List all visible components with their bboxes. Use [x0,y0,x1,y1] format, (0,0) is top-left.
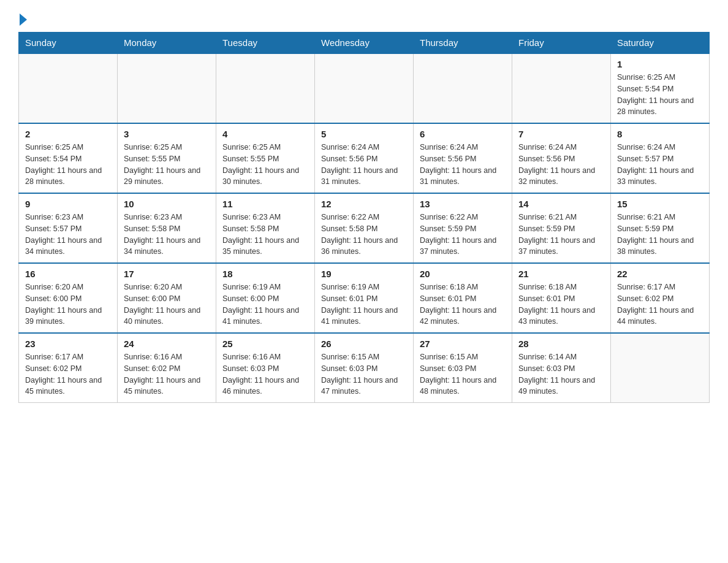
day-info: Sunrise: 6:17 AMSunset: 6:02 PMDaylight:… [617,282,703,327]
day-info: Sunrise: 6:21 AMSunset: 5:59 PMDaylight:… [518,212,604,258]
day-info: Sunrise: 6:18 AMSunset: 6:01 PMDaylight:… [518,282,604,327]
page-header [18,12,710,26]
calendar-cell: 5Sunrise: 6:24 AMSunset: 5:56 PMDaylight… [315,123,414,193]
week-row: 23Sunrise: 6:17 AMSunset: 6:02 PMDayligh… [19,333,710,403]
day-info: Sunrise: 6:20 AMSunset: 6:00 PMDaylight:… [25,282,111,327]
day-number: 10 [124,199,210,209]
day-info: Sunrise: 6:23 AMSunset: 5:58 PMDaylight:… [124,212,210,258]
day-info: Sunrise: 6:24 AMSunset: 5:56 PMDaylight:… [518,142,604,188]
day-number: 19 [321,269,407,279]
calendar-day-header: Sunday [19,33,118,54]
calendar-cell: 10Sunrise: 6:23 AMSunset: 5:58 PMDayligh… [118,193,216,263]
day-info: Sunrise: 6:16 AMSunset: 6:03 PMDaylight:… [222,351,308,397]
day-number: 13 [420,199,506,209]
day-number: 24 [124,339,210,349]
calendar-cell: 16Sunrise: 6:20 AMSunset: 6:00 PMDayligh… [19,263,118,333]
day-info: Sunrise: 6:18 AMSunset: 6:01 PMDaylight:… [420,282,506,327]
calendar-cell [216,53,315,123]
calendar-day-header: Friday [512,33,611,54]
calendar-cell: 26Sunrise: 6:15 AMSunset: 6:03 PMDayligh… [315,333,414,403]
day-info: Sunrise: 6:19 AMSunset: 6:00 PMDaylight:… [222,282,308,327]
calendar-cell: 22Sunrise: 6:17 AMSunset: 6:02 PMDayligh… [611,263,710,333]
day-info: Sunrise: 6:24 AMSunset: 5:56 PMDaylight:… [321,142,407,188]
calendar-cell: 12Sunrise: 6:22 AMSunset: 5:58 PMDayligh… [315,193,414,263]
day-number: 6 [420,129,506,139]
day-number: 9 [25,199,111,209]
calendar-cell: 8Sunrise: 6:24 AMSunset: 5:57 PMDaylight… [611,123,710,193]
calendar-cell: 3Sunrise: 6:25 AMSunset: 5:55 PMDaylight… [118,123,216,193]
calendar-table: SundayMondayTuesdayWednesdayThursdayFrid… [18,32,710,403]
calendar-day-header: Saturday [611,33,710,54]
day-number: 7 [518,129,604,139]
day-number: 8 [617,129,703,139]
calendar-cell: 9Sunrise: 6:23 AMSunset: 5:57 PMDaylight… [19,193,118,263]
calendar-cell: 21Sunrise: 6:18 AMSunset: 6:01 PMDayligh… [512,263,611,333]
day-number: 23 [25,339,111,349]
calendar-cell: 13Sunrise: 6:22 AMSunset: 5:59 PMDayligh… [414,193,512,263]
calendar-cell [512,53,611,123]
calendar-day-header: Tuesday [216,33,315,54]
calendar-cell: 19Sunrise: 6:19 AMSunset: 6:01 PMDayligh… [315,263,414,333]
day-number: 2 [25,129,111,139]
calendar-cell: 25Sunrise: 6:16 AMSunset: 6:03 PMDayligh… [216,333,315,403]
day-info: Sunrise: 6:23 AMSunset: 5:58 PMDaylight:… [222,212,308,258]
day-number: 15 [617,199,703,209]
calendar-cell: 15Sunrise: 6:21 AMSunset: 5:59 PMDayligh… [611,193,710,263]
calendar-cell: 17Sunrise: 6:20 AMSunset: 6:00 PMDayligh… [118,263,216,333]
day-info: Sunrise: 6:14 AMSunset: 6:03 PMDaylight:… [518,351,604,397]
day-info: Sunrise: 6:20 AMSunset: 6:00 PMDaylight:… [124,282,210,327]
calendar-day-header: Monday [118,33,216,54]
day-number: 27 [420,339,506,349]
day-info: Sunrise: 6:15 AMSunset: 6:03 PMDaylight:… [321,351,407,397]
day-number: 25 [222,339,308,349]
day-number: 22 [617,269,703,279]
calendar-cell: 6Sunrise: 6:24 AMSunset: 5:56 PMDaylight… [414,123,512,193]
day-info: Sunrise: 6:21 AMSunset: 5:59 PMDaylight:… [617,212,703,258]
calendar-cell [315,53,414,123]
calendar-cell: 1Sunrise: 6:25 AMSunset: 5:54 PMDaylight… [611,53,710,123]
logo [18,12,27,26]
day-number: 11 [222,199,308,209]
calendar-day-header: Thursday [414,33,512,54]
calendar-cell [414,53,512,123]
day-info: Sunrise: 6:25 AMSunset: 5:55 PMDaylight:… [222,142,308,188]
day-number: 3 [124,129,210,139]
day-number: 28 [518,339,604,349]
calendar-cell [611,333,710,403]
week-row: 9Sunrise: 6:23 AMSunset: 5:57 PMDaylight… [19,193,710,263]
day-number: 4 [222,129,308,139]
day-info: Sunrise: 6:25 AMSunset: 5:54 PMDaylight:… [617,72,703,118]
calendar-cell: 14Sunrise: 6:21 AMSunset: 5:59 PMDayligh… [512,193,611,263]
calendar-cell [19,53,118,123]
calendar-cell: 27Sunrise: 6:15 AMSunset: 6:03 PMDayligh… [414,333,512,403]
day-info: Sunrise: 6:16 AMSunset: 6:02 PMDaylight:… [124,351,210,397]
day-info: Sunrise: 6:17 AMSunset: 6:02 PMDaylight:… [25,351,111,397]
calendar-cell: 11Sunrise: 6:23 AMSunset: 5:58 PMDayligh… [216,193,315,263]
day-number: 12 [321,199,407,209]
day-number: 18 [222,269,308,279]
day-info: Sunrise: 6:19 AMSunset: 6:01 PMDaylight:… [321,282,407,327]
day-number: 5 [321,129,407,139]
calendar-cell: 18Sunrise: 6:19 AMSunset: 6:00 PMDayligh… [216,263,315,333]
calendar-cell: 24Sunrise: 6:16 AMSunset: 6:02 PMDayligh… [118,333,216,403]
logo-arrow-icon [20,13,27,26]
day-info: Sunrise: 6:24 AMSunset: 5:57 PMDaylight:… [617,142,703,188]
day-number: 1 [617,59,703,69]
day-number: 14 [518,199,604,209]
day-number: 26 [321,339,407,349]
day-info: Sunrise: 6:25 AMSunset: 5:54 PMDaylight:… [25,142,111,188]
week-row: 2Sunrise: 6:25 AMSunset: 5:54 PMDaylight… [19,123,710,193]
calendar-cell: 20Sunrise: 6:18 AMSunset: 6:01 PMDayligh… [414,263,512,333]
day-number: 21 [518,269,604,279]
week-row: 16Sunrise: 6:20 AMSunset: 6:00 PMDayligh… [19,263,710,333]
day-number: 16 [25,269,111,279]
calendar-day-header: Wednesday [315,33,414,54]
calendar-cell: 23Sunrise: 6:17 AMSunset: 6:02 PMDayligh… [19,333,118,403]
day-info: Sunrise: 6:22 AMSunset: 5:58 PMDaylight:… [321,212,407,258]
day-info: Sunrise: 6:25 AMSunset: 5:55 PMDaylight:… [124,142,210,188]
calendar-cell: 2Sunrise: 6:25 AMSunset: 5:54 PMDaylight… [19,123,118,193]
day-info: Sunrise: 6:24 AMSunset: 5:56 PMDaylight:… [420,142,506,188]
day-info: Sunrise: 6:22 AMSunset: 5:59 PMDaylight:… [420,212,506,258]
week-row: 1Sunrise: 6:25 AMSunset: 5:54 PMDaylight… [19,53,710,123]
calendar-cell [118,53,216,123]
